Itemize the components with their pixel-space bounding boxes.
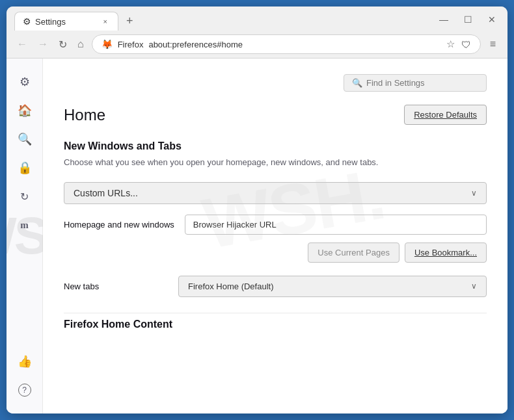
minimize-button[interactable]: — — [435, 13, 452, 26]
forward-button[interactable]: → — [35, 36, 51, 53]
homepage-row: Homepage and new windows — [64, 215, 487, 235]
sidebar-item-settings[interactable]: ⚙ — [12, 69, 38, 95]
sidebar-item-pocket[interactable]: m — [12, 212, 38, 238]
newtab-dropdown[interactable]: Firefox Home (Default) ∨ — [178, 276, 487, 297]
tab-close-button[interactable]: × — [101, 16, 110, 27]
use-bookmark-button[interactable]: Use Bookmark... — [405, 243, 487, 263]
home-button[interactable]: ⌂ — [75, 36, 87, 53]
close-button[interactable]: ✕ — [484, 13, 500, 26]
sidebar-item-privacy[interactable]: 🔒 — [12, 155, 38, 181]
firefox-logo: 🦊 — [101, 39, 113, 49]
page-header: Home Restore Defaults — [64, 105, 487, 125]
settings-tab-icon: ⚙ — [23, 16, 31, 27]
homepage-label: Homepage and new windows — [64, 220, 174, 230]
sidebar-item-sync[interactable]: ↻ — [12, 183, 38, 209]
sidebar: WSH ⚙ 🏠 🔍 🔒 ↻ m 👍 ? — [7, 59, 43, 413]
settings-content: WSH. 🔍 Home Restore Defaults New Windows… — [43, 59, 507, 413]
section-title: New Windows and Tabs — [64, 140, 487, 152]
help-icon: ? — [18, 384, 31, 397]
newtab-value: Firefox Home (Default) — [188, 282, 273, 291]
find-settings-input[interactable] — [366, 78, 478, 88]
bookmark-icon[interactable]: ☆ — [446, 38, 455, 50]
tab-label: Settings — [35, 17, 66, 27]
extensions-icon: 👍 — [18, 354, 32, 369]
page-title: Home — [64, 106, 105, 124]
main-content: WSH ⚙ 🏠 🔍 🔒 ↻ m 👍 ? — [7, 59, 507, 413]
sidebar-item-home[interactable]: 🏠 — [12, 98, 38, 124]
settings-icon: ⚙ — [20, 75, 30, 89]
custom-urls-dropdown[interactable]: Custom URLs... ∨ — [64, 182, 487, 204]
sidebar-item-help[interactable]: ? — [12, 377, 38, 403]
shield-icon[interactable]: 🛡 — [461, 39, 471, 50]
reload-button[interactable]: ↻ — [56, 36, 70, 53]
url-bar[interactable]: 🦊 Firefox about:preferences#home ☆ 🛡 — [92, 34, 481, 54]
use-current-pages-button[interactable]: Use Current Pages — [308, 243, 399, 263]
pocket-icon: m — [20, 220, 29, 231]
site-name: Firefox — [118, 40, 144, 49]
homepage-input[interactable] — [185, 215, 487, 235]
maximize-button[interactable]: ☐ — [460, 13, 476, 26]
browser-tab[interactable]: ⚙ Settings × — [14, 12, 118, 31]
menu-button[interactable]: ≡ — [486, 36, 500, 53]
find-settings-container: 🔍 — [344, 74, 487, 92]
section-description: Choose what you see when you open your h… — [64, 156, 487, 169]
new-windows-tabs-section: New Windows and Tabs Choose what you see… — [64, 140, 487, 330]
search-icon: 🔍 — [18, 132, 32, 146]
sidebar-item-extensions[interactable]: 👍 — [12, 348, 38, 374]
sync-icon: ↻ — [20, 190, 29, 203]
window-controls: — ☐ ✕ — [435, 13, 500, 30]
restore-defaults-button[interactable]: Restore Defaults — [404, 105, 487, 125]
newtab-label: New tabs — [64, 282, 168, 291]
address-bar: ← → ↻ ⌂ 🦊 Firefox about:preferences#home… — [7, 31, 507, 59]
find-settings-icon: 🔍 — [352, 78, 362, 88]
homepage-button-row: Use Current Pages Use Bookmark... — [64, 243, 487, 263]
new-tab-button[interactable]: + — [121, 12, 139, 31]
back-button[interactable]: ← — [14, 36, 30, 53]
lock-icon: 🔒 — [18, 161, 32, 175]
url-text: about:preferences#home — [148, 40, 243, 49]
custom-urls-chevron: ∨ — [471, 189, 477, 198]
firefox-home-content-heading: Firefox Home Content — [64, 313, 487, 330]
newtab-row: New tabs Firefox Home (Default) ∨ — [64, 276, 487, 297]
newtab-chevron: ∨ — [471, 282, 477, 291]
address-bar-icons: ☆ 🛡 — [446, 38, 471, 50]
home-icon: 🏠 — [18, 103, 32, 118]
custom-urls-label: Custom URLs... — [74, 188, 138, 198]
sidebar-item-search[interactable]: 🔍 — [12, 126, 38, 152]
